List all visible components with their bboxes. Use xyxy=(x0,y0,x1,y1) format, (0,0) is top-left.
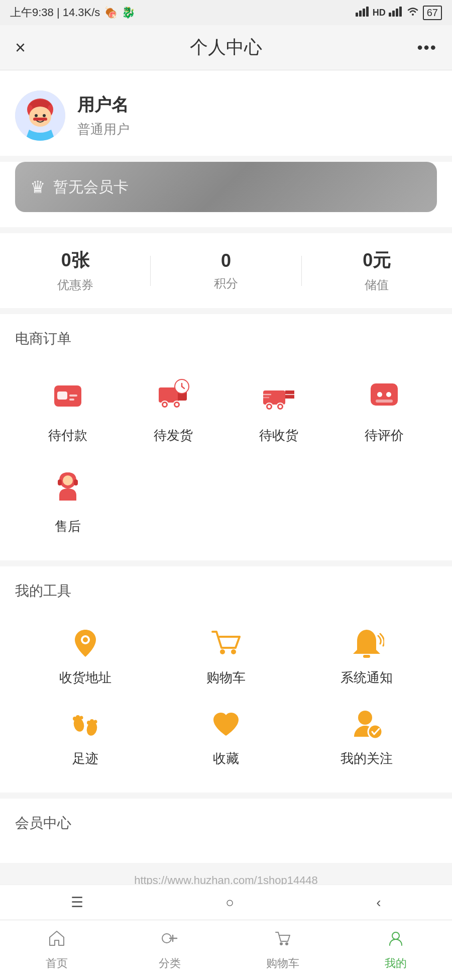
android-nav: ☰ ○ ‹ xyxy=(0,885,452,920)
order-item-pending-pay[interactable]: 待付款 xyxy=(15,363,121,454)
svg-rect-1 xyxy=(359,11,362,17)
nav-item-mine[interactable]: 我的 xyxy=(339,920,452,980)
profile-info: 用户名 普通用户 xyxy=(77,93,130,138)
favorite-label: 收藏 xyxy=(213,750,239,767)
order-grid: 待付款 待发货 xyxy=(15,363,437,545)
cart-nav-icon xyxy=(274,929,292,952)
svg-point-40 xyxy=(377,392,382,397)
tool-item-cart[interactable]: 购物车 xyxy=(156,616,296,697)
svg-rect-3 xyxy=(366,7,369,17)
home-nav-icon xyxy=(48,929,66,952)
order-section: 电商订单 待付款 xyxy=(0,314,452,560)
follow-label: 我的关注 xyxy=(341,750,393,767)
nav-item-home[interactable]: 首页 xyxy=(0,920,113,980)
svg-point-25 xyxy=(163,403,166,406)
crown-icon: ♛ xyxy=(30,177,45,197)
pending-receive-label: 待收货 xyxy=(259,427,298,444)
svg-point-59 xyxy=(93,720,97,724)
svg-point-15 xyxy=(43,114,46,117)
pending-ship-label: 待发货 xyxy=(154,427,193,444)
category-nav-label: 分类 xyxy=(159,956,181,971)
category-nav-icon xyxy=(161,929,179,952)
svg-rect-4 xyxy=(389,13,391,17)
tools-section-title: 我的工具 xyxy=(15,581,437,601)
svg-point-13 xyxy=(29,107,51,127)
svg-point-66 xyxy=(285,942,288,945)
points-label: 积分 xyxy=(214,275,238,291)
status-bar: 上午9:38 | 14.3K/s 🍖 🐉 HD xyxy=(0,0,452,25)
svg-rect-6 xyxy=(396,9,398,17)
coupon-label: 优惠券 xyxy=(57,277,93,293)
svg-point-56 xyxy=(79,716,83,720)
svg-point-34 xyxy=(279,405,282,408)
svg-point-65 xyxy=(280,942,283,945)
android-back-button[interactable]: ‹ xyxy=(376,895,381,911)
tool-item-notification[interactable]: 系统通知 xyxy=(296,616,437,697)
more-button[interactable]: ••• xyxy=(417,38,437,57)
user-level: 普通用户 xyxy=(77,121,130,138)
svg-point-49 xyxy=(220,649,225,654)
profile-section: 用户名 普通用户 xyxy=(0,70,452,156)
status-left: 上午9:38 | 14.3K/s 🍖 🐉 xyxy=(10,5,135,20)
svg-point-33 xyxy=(268,405,271,408)
signal2-icon xyxy=(389,6,403,20)
status-time: 上午9:38 | 14.3K/s xyxy=(10,5,100,20)
aftersale-label: 售后 xyxy=(55,518,81,535)
svg-point-48 xyxy=(83,637,88,642)
svg-rect-42 xyxy=(376,400,393,403)
svg-point-41 xyxy=(386,392,391,397)
svg-rect-5 xyxy=(392,11,395,17)
cart-label: 购物车 xyxy=(206,669,246,687)
balance-label: 储值 xyxy=(365,277,389,293)
status-emoji2: 🐉 xyxy=(122,6,135,19)
member-center-section: 会员中心 xyxy=(0,799,452,863)
tools-section: 我的工具 收货地址 购物车 xyxy=(0,566,452,793)
svg-rect-45 xyxy=(58,479,62,485)
member-card[interactable]: ♛ 暂无会员卡 xyxy=(15,162,437,212)
svg-point-60 xyxy=(358,711,372,725)
stats-section: 0张 优惠券 0 积分 0元 储值 xyxy=(0,233,452,308)
svg-point-50 xyxy=(231,649,236,654)
android-home-button[interactable]: ○ xyxy=(225,895,234,911)
balance-value: 0元 xyxy=(363,248,391,273)
svg-rect-20 xyxy=(69,399,74,401)
battery-icon: 67 xyxy=(423,6,442,20)
android-menu-button[interactable]: ☰ xyxy=(71,894,83,911)
order-section-title: 电商订单 xyxy=(15,329,437,348)
order-item-pending-ship[interactable]: 待发货 xyxy=(121,363,226,454)
wifi-icon xyxy=(406,6,420,20)
svg-point-61 xyxy=(368,725,382,739)
stat-coupon[interactable]: 0张 优惠券 xyxy=(0,248,150,293)
svg-rect-0 xyxy=(356,13,358,17)
pending-review-label: 待评价 xyxy=(365,427,404,444)
pending-receive-icon xyxy=(256,373,301,419)
avatar[interactable] xyxy=(15,90,65,141)
order-item-pending-receive[interactable]: 待收货 xyxy=(226,363,331,454)
svg-point-14 xyxy=(35,114,38,117)
member-center-title: 会员中心 xyxy=(15,814,437,833)
svg-rect-7 xyxy=(399,7,402,17)
tool-item-follow[interactable]: 我的关注 xyxy=(296,697,437,777)
svg-point-44 xyxy=(63,475,73,485)
close-button[interactable]: × xyxy=(15,37,26,58)
stat-points[interactable]: 0 积分 xyxy=(151,250,301,291)
tool-item-address[interactable]: 收货地址 xyxy=(15,616,156,697)
tool-item-favorite[interactable]: 收藏 xyxy=(156,697,296,777)
cart-nav-label: 购物车 xyxy=(266,956,299,971)
status-emoji1: 🍖 xyxy=(104,6,118,19)
pending-review-icon xyxy=(362,373,407,419)
svg-point-58 xyxy=(90,719,94,723)
order-item-aftersale[interactable]: 售后 xyxy=(15,454,121,545)
order-item-pending-review[interactable]: 待评价 xyxy=(331,363,437,454)
coupon-value: 0张 xyxy=(61,248,89,273)
tool-item-footprint[interactable]: 足迹 xyxy=(15,697,156,777)
stat-balance[interactable]: 0元 储值 xyxy=(302,248,452,293)
nav-item-category[interactable]: 分类 xyxy=(113,920,226,980)
svg-point-55 xyxy=(76,715,80,719)
svg-rect-18 xyxy=(57,391,67,400)
svg-rect-2 xyxy=(363,9,365,17)
svg-rect-19 xyxy=(69,395,77,397)
username: 用户名 xyxy=(77,93,130,117)
nav-item-cart[interactable]: 购物车 xyxy=(226,920,339,980)
points-value: 0 xyxy=(221,250,231,271)
